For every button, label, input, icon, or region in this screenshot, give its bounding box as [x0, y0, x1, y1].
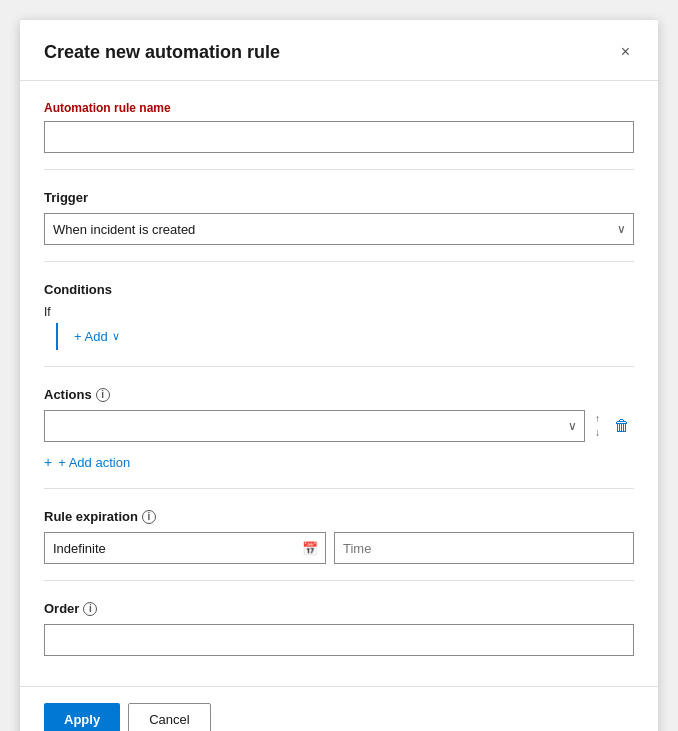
rule-expiration-section: Rule expiration i 📅 [44, 489, 634, 581]
conditions-section: Conditions If + Add ∨ [44, 262, 634, 367]
dialog-body: Automation rule name Trigger When incide… [20, 81, 658, 686]
actions-label: Actions i [44, 387, 634, 402]
condition-line: + Add ∨ [56, 323, 634, 350]
cancel-button[interactable]: Cancel [128, 703, 210, 731]
dialog-header: Create new automation rule × [20, 20, 658, 80]
actions-select-wrapper: ∨ [44, 410, 585, 442]
conditions-if-label: If [44, 305, 634, 319]
condition-tree: + Add ∨ [44, 323, 634, 350]
trigger-select-wrapper: When incident is created When incident i… [44, 213, 634, 245]
expiry-date-wrapper: 📅 [44, 532, 326, 564]
actions-info-icon: i [96, 388, 110, 402]
order-section: Order i 3 [44, 581, 634, 672]
order-label: Order i [44, 601, 634, 616]
actions-row: ∨ ↑ ↓ 🗑 [44, 410, 634, 442]
trigger-label: Trigger [44, 190, 634, 205]
expiry-time-input[interactable] [334, 532, 634, 564]
add-action-button[interactable]: + + Add action [44, 452, 130, 472]
actions-move-down-button[interactable]: ↓ [593, 426, 602, 440]
actions-select[interactable] [44, 410, 585, 442]
trigger-section: Trigger When incident is created When in… [44, 170, 634, 262]
expiry-row: 📅 [44, 532, 634, 564]
automation-rule-name-label: Automation rule name [44, 101, 634, 115]
actions-move-up-button[interactable]: ↑ [593, 412, 602, 426]
conditions-label: Conditions [44, 282, 634, 297]
close-button[interactable]: × [617, 40, 634, 64]
order-info-icon: i [83, 602, 97, 616]
automation-rule-name-section: Automation rule name [44, 81, 634, 170]
automation-rule-name-input[interactable] [44, 121, 634, 153]
add-action-plus-icon: + [44, 454, 52, 470]
add-condition-button[interactable]: + Add ∨ [74, 327, 120, 346]
add-condition-chevron-icon: ∨ [112, 330, 120, 343]
dialog-footer: Apply Cancel [20, 686, 658, 731]
trigger-select[interactable]: When incident is created When incident i… [44, 213, 634, 245]
dialog-title: Create new automation rule [44, 42, 280, 63]
create-automation-rule-dialog: Create new automation rule × Automation … [20, 20, 658, 731]
actions-section: Actions i ∨ ↑ ↓ 🗑 + + Add action [44, 367, 634, 489]
expiry-date-input[interactable] [44, 532, 326, 564]
order-input[interactable]: 3 [44, 624, 634, 656]
rule-expiration-info-icon: i [142, 510, 156, 524]
actions-delete-button[interactable]: 🗑 [610, 415, 634, 437]
actions-up-down-buttons: ↑ ↓ [593, 412, 602, 440]
rule-expiration-label: Rule expiration i [44, 509, 634, 524]
apply-button[interactable]: Apply [44, 703, 120, 731]
